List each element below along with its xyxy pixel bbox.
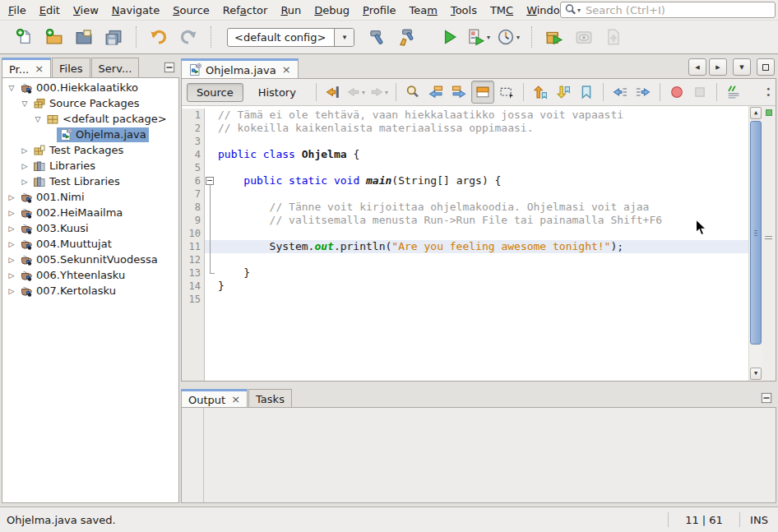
- quick-search[interactable]: ▾: [560, 2, 776, 18]
- menu-run[interactable]: Run: [274, 2, 308, 19]
- code-text[interactable]: }: [215, 280, 225, 293]
- tree-item-body[interactable]: Ohjelma.java: [57, 127, 149, 142]
- code-lines[interactable]: 1// Tämä ei ole tehtävä, vaan hiekkalaat…: [182, 106, 748, 381]
- find-selection-button[interactable]: [402, 81, 424, 103]
- expand-icon[interactable]: ▷: [6, 193, 17, 201]
- code-line-3[interactable]: 3: [182, 135, 748, 148]
- code-text[interactable]: [215, 161, 218, 174]
- tree-item-default-package[interactable]: ▽<default package>: [2, 111, 178, 127]
- code-text[interactable]: [215, 227, 218, 240]
- tree-item-test-libraries[interactable]: ▷Test Libraries: [2, 173, 178, 189]
- menu-debug[interactable]: Debug: [308, 2, 356, 19]
- code-line-12[interactable]: 12: [182, 253, 748, 266]
- output-content[interactable]: [181, 407, 776, 503]
- previous-occurrence-button[interactable]: [425, 81, 447, 103]
- config-combobox[interactable]: <default config>▾: [227, 28, 354, 47]
- tree-item-005-sekunnitvuodessa[interactable]: ▷005.SekunnitVuodessa: [2, 252, 178, 267]
- code-text[interactable]: // Tänne voit kirjoittaa ohjelmakoodia. …: [215, 201, 649, 214]
- view-history-button[interactable]: History: [248, 83, 306, 102]
- dropdown-arrow-icon[interactable]: ▾: [516, 34, 520, 41]
- tree-item-body[interactable]: <default package>: [44, 112, 169, 127]
- editor-tab-ohjelma-java[interactable]: Ohjelma.java×: [181, 58, 299, 79]
- stop-macro-recording-button[interactable]: [689, 81, 711, 103]
- tree-item-body[interactable]: 004.Muuttujat: [17, 237, 114, 252]
- code-text[interactable]: public static void main(String[] args) {: [215, 174, 501, 187]
- line-number[interactable]: 5: [182, 161, 205, 174]
- combo-arrow-icon[interactable]: ▾: [334, 29, 354, 46]
- comment-button[interactable]: [723, 81, 744, 103]
- tree-item-002-heimaailma[interactable]: ▷002.HeiMaailma: [2, 205, 178, 220]
- new-project-button[interactable]: [42, 25, 67, 49]
- line-number[interactable]: 7: [182, 187, 205, 201]
- profile-project-button[interactable]: ▾: [497, 25, 521, 49]
- save-all-button[interactable]: [101, 25, 126, 49]
- line-number[interactable]: 11: [182, 240, 205, 253]
- error-stripe[interactable]: [762, 106, 776, 381]
- debug-project-button[interactable]: ▾: [467, 25, 492, 49]
- tree-item-ohjelma-java[interactable]: Ohjelma.java: [2, 127, 178, 142]
- toggle-bookmark-button[interactable]: [576, 81, 597, 103]
- projects-tree[interactable]: ▽000.Hiekkalaatikko▽Source Packages▽<def…: [2, 77, 179, 503]
- expand-icon[interactable]: ▷: [19, 162, 30, 170]
- code-line-13[interactable]: 13 }: [182, 266, 748, 280]
- code-text[interactable]: // kokeilla kaikenlaista materiaalissa o…: [215, 122, 534, 135]
- code-text[interactable]: [215, 135, 218, 148]
- output-tab-tasks[interactable]: Tasks: [248, 389, 292, 408]
- tree-item-source-packages[interactable]: ▽Source Packages: [2, 95, 178, 111]
- line-number[interactable]: 12: [182, 253, 205, 266]
- rectangular-selection-button[interactable]: [496, 81, 517, 103]
- tree-item-body[interactable]: 007.Kertolasku: [17, 284, 118, 298]
- expand-icon[interactable]: ▷: [19, 178, 30, 186]
- document-list-button[interactable]: ▼: [733, 58, 751, 76]
- tree-item-body[interactable]: 002.HeiMaailma: [17, 206, 125, 220]
- expand-icon[interactable]: ▷: [6, 271, 17, 280]
- expand-icon[interactable]: ▷: [19, 146, 30, 155]
- code-line-11[interactable]: 11 System.out.println("Are you feeling a…: [182, 240, 748, 253]
- dropdown-arrow-icon[interactable]: ▾: [487, 34, 490, 41]
- scroll-up-icon[interactable]: ▲: [750, 107, 762, 119]
- code-text[interactable]: // valitsemalla menusta Run->Run File ta…: [215, 214, 662, 227]
- next-bookmark-button[interactable]: [553, 81, 574, 103]
- tree-item-body[interactable]: Test Libraries: [30, 174, 123, 189]
- minimize-window-icon[interactable]: [761, 391, 772, 403]
- clean-build-project-button[interactable]: [395, 25, 419, 49]
- code-text[interactable]: [215, 293, 218, 306]
- code-text[interactable]: System.out.println("Are you feeling awes…: [215, 240, 623, 253]
- code-line-4[interactable]: 4public class Ohjelma {: [182, 148, 748, 161]
- code-line-2[interactable]: 2// kokeilla kaikenlaista materiaalissa …: [182, 122, 748, 135]
- tree-item-body[interactable]: Test Packages: [30, 143, 126, 158]
- run-project-button[interactable]: [438, 25, 462, 49]
- code-text[interactable]: [215, 253, 218, 266]
- expand-icon[interactable]: ▷: [6, 209, 17, 217]
- tree-item-body[interactable]: 001.Nimi: [17, 190, 87, 205]
- tree-item-body[interactable]: Libraries: [30, 159, 98, 173]
- menu-file[interactable]: File: [2, 2, 33, 19]
- tree-item-libraries[interactable]: ▷Libraries: [2, 158, 178, 173]
- tree-item-001-nimi[interactable]: ▷001.Nimi: [2, 189, 178, 205]
- tree-item-test-packages[interactable]: ▷Test Packages: [2, 142, 178, 158]
- menu-team[interactable]: Team: [403, 2, 444, 19]
- open-project-button[interactable]: [72, 25, 96, 49]
- collapse-icon[interactable]: ▽: [19, 99, 30, 108]
- editor-scrollbar[interactable]: ▲ ▼: [748, 106, 762, 381]
- code-text[interactable]: }: [215, 266, 250, 280]
- code-line-14[interactable]: 14}: [182, 280, 748, 293]
- horizontal-splitter[interactable]: [181, 382, 776, 387]
- tree-item-body[interactable]: 000.Hiekkalaatikko: [17, 81, 141, 95]
- expand-icon[interactable]: ▷: [6, 256, 17, 264]
- code-editor[interactable]: 1// Tämä ei ole tehtävä, vaan hiekkalaat…: [182, 106, 776, 381]
- search-input[interactable]: [584, 3, 775, 17]
- code-line-1[interactable]: 1// Tämä ei ole tehtävä, vaan hiekkalaat…: [182, 109, 748, 122]
- minimize-window-icon[interactable]: [164, 61, 175, 72]
- undo-button[interactable]: [146, 25, 171, 49]
- tree-item-006-yhteenlasku[interactable]: ▷006.Yhteenlasku: [2, 267, 178, 283]
- toolbar-overflow-icon[interactable]: ∙∙: [764, 86, 773, 99]
- code-text[interactable]: // Tämä ei ole tehtävä, vaan hiekkalaati…: [215, 109, 623, 122]
- previous-bookmark-button[interactable]: [530, 81, 551, 103]
- line-number[interactable]: 3: [182, 135, 205, 148]
- dropdown-arrow-icon[interactable]: ▾: [362, 89, 365, 96]
- menu-edit[interactable]: Edit: [33, 2, 67, 19]
- redo-button[interactable]: [176, 25, 201, 49]
- menu-refactor[interactable]: Refactor: [216, 2, 275, 19]
- tree-item-body[interactable]: 006.Yhteenlasku: [17, 268, 127, 283]
